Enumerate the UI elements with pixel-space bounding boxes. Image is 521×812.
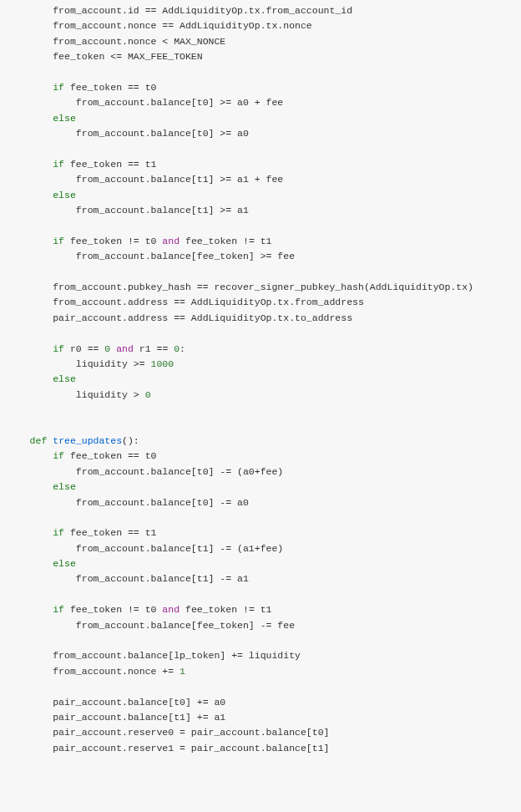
code-token: r0 == xyxy=(64,343,104,354)
code-line: pair_account.reserve1 = pair_account.bal… xyxy=(7,741,514,756)
code-line: if fee_token == t1 xyxy=(7,525,514,540)
code-token: else xyxy=(53,558,76,569)
code-line: pair_account.balance[t0] += a0 xyxy=(7,695,514,710)
code-line xyxy=(7,679,514,694)
code-token: if xyxy=(53,604,64,615)
indent xyxy=(7,743,53,754)
indent xyxy=(7,251,76,261)
indent xyxy=(7,373,53,384)
code-token: r1 == xyxy=(134,343,174,354)
code-line: from_account.balance[lp_token] += liquid… xyxy=(7,648,514,663)
code-token: from_account.nonce == AddLiquidityOp.tx.… xyxy=(53,20,312,31)
indent xyxy=(7,543,76,554)
indent xyxy=(7,727,53,738)
indent xyxy=(7,205,76,216)
code-line: from_account.nonce += 1 xyxy=(7,664,514,679)
code-token: pair_account.balance[t0] += a0 xyxy=(53,697,225,708)
code-line xyxy=(7,265,514,280)
indent xyxy=(7,5,53,16)
code-token: from_account.balance[t0] >= a0 xyxy=(76,128,249,139)
code-token: if xyxy=(53,159,64,170)
code-line: from_account.balance[t0] >= a0 + fee xyxy=(7,95,514,110)
code-line: from_account.balance[t0] -= a0 xyxy=(7,495,514,510)
code-line: if r0 == 0 and r1 == 0: xyxy=(7,342,514,357)
indent xyxy=(7,128,76,139)
indent xyxy=(7,573,76,584)
code-token: from_account.balance[t0] >= a0 + fee xyxy=(76,97,283,108)
code-token: fee_token != t1 xyxy=(180,604,271,615)
indent xyxy=(7,604,53,615)
code-line: from_account.address == AddLiquidityOp.t… xyxy=(7,295,514,310)
code-token: if xyxy=(53,527,64,538)
code-token: from_account.balance[t1] >= a1 xyxy=(76,205,249,216)
code-line: else xyxy=(7,556,514,571)
code-line xyxy=(7,633,514,648)
indent xyxy=(7,650,53,661)
code-token: if xyxy=(53,236,64,246)
indent xyxy=(7,113,53,124)
code-token: else xyxy=(53,481,76,492)
code-token: and xyxy=(162,236,180,246)
indent xyxy=(7,97,76,108)
code-token: if xyxy=(53,82,64,93)
code-line: from_account.nonce == AddLiquidityOp.tx.… xyxy=(7,18,514,33)
indent xyxy=(7,82,53,93)
code-token: from_account.id == AddLiquidityOp.tx.fro… xyxy=(53,5,352,16)
indent xyxy=(7,620,76,631)
indent xyxy=(7,358,76,369)
code-token: from_account.balance[t1] >= a1 + fee xyxy=(76,174,283,185)
indent xyxy=(7,159,53,170)
indent xyxy=(7,312,53,323)
code-token: else xyxy=(53,190,76,200)
code-block: from_account.id == AddLiquidityOp.tx.fro… xyxy=(7,3,514,756)
indent xyxy=(7,697,53,708)
indent xyxy=(7,190,53,200)
indent xyxy=(7,236,53,246)
code-line xyxy=(7,587,514,602)
code-line: from_account.id == AddLiquidityOp.tx.fro… xyxy=(7,3,514,18)
code-token: from_account.balance[t1] -= a1 xyxy=(76,573,249,584)
code-line: if fee_token == t1 xyxy=(7,157,514,172)
code-line: from_account.balance[t1] >= a1 + fee xyxy=(7,172,514,187)
code-line: if fee_token != t0 and fee_token != t1 xyxy=(7,602,514,617)
code-line: else xyxy=(7,111,514,126)
code-token: from_account.balance[lp_token] += liquid… xyxy=(53,650,301,661)
indent xyxy=(7,666,53,677)
code-line: liquidity >= 1000 xyxy=(7,357,514,372)
code-token: def xyxy=(30,435,48,446)
indent xyxy=(7,36,53,47)
code-token: fee_token <= MAX_FEE_TOKEN xyxy=(53,51,202,62)
code-token: fee_token == t0 xyxy=(64,82,156,93)
code-line xyxy=(7,326,514,341)
code-token: and xyxy=(162,604,180,615)
code-line xyxy=(7,65,514,80)
code-token: from_account.balance[t0] -= a0 xyxy=(76,497,249,508)
code-token: tree_updates xyxy=(53,435,122,446)
code-token: if xyxy=(53,343,64,354)
code-token: fee_token == t1 xyxy=(64,159,156,170)
code-line: pair_account.balance[t1] += a1 xyxy=(7,710,514,725)
code-line: from_account.balance[fee_token] -= fee xyxy=(7,618,514,633)
code-token: from_account.balance[fee_token] >= fee xyxy=(76,251,295,261)
code-line: liquidity > 0 xyxy=(7,388,514,403)
code-line xyxy=(7,218,514,233)
code-token: pair_account.balance[t1] += a1 xyxy=(53,712,225,723)
code-line: from_account.balance[fee_token] >= fee xyxy=(7,249,514,264)
code-line: else xyxy=(7,372,514,387)
code-token: fee_token != t0 xyxy=(64,236,162,246)
code-token: from_account.nonce += xyxy=(53,666,180,677)
code-line: if fee_token == t0 xyxy=(7,80,514,95)
code-line: else xyxy=(7,188,514,203)
code-line xyxy=(7,419,514,434)
indent xyxy=(7,712,53,723)
code-token: from_account.pubkey_hash == recover_sign… xyxy=(53,282,473,292)
indent xyxy=(7,282,53,292)
code-line: from_account.balance[t1] -= a1 xyxy=(7,571,514,586)
indent xyxy=(7,527,53,538)
code-token: from_account.balance[t0] -= (a0+fee) xyxy=(76,466,283,477)
code-token: fee_token != t1 xyxy=(180,236,271,246)
code-line xyxy=(7,403,514,418)
code-line: fee_token <= MAX_FEE_TOKEN xyxy=(7,49,514,64)
code-token: : xyxy=(180,343,185,354)
indent xyxy=(7,297,53,307)
